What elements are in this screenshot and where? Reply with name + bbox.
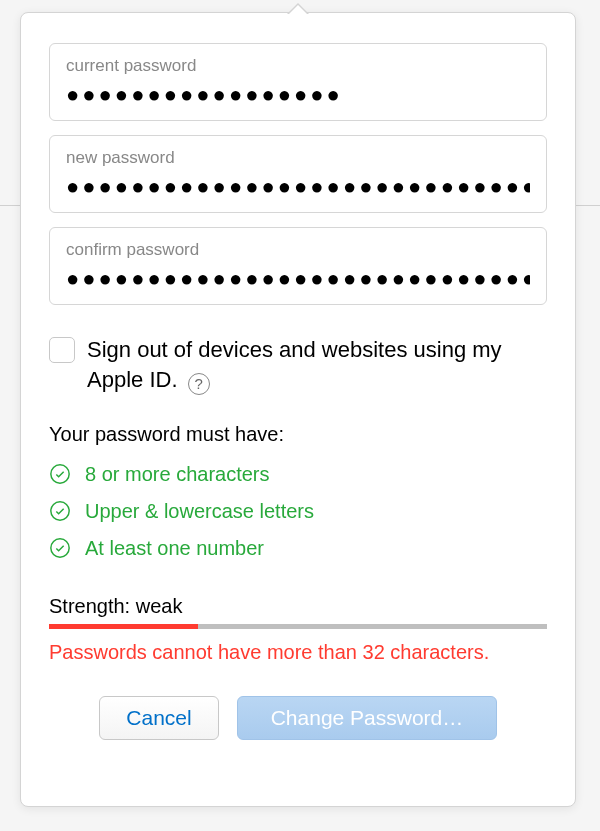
current-password-field[interactable]: current password ●●●●●●●●●●●●●●●●● bbox=[49, 43, 547, 121]
check-circle-icon bbox=[49, 500, 71, 522]
svg-point-2 bbox=[51, 539, 69, 557]
new-password-label: new password bbox=[66, 148, 530, 168]
check-circle-icon bbox=[49, 537, 71, 559]
button-row: Cancel Change Password… bbox=[49, 696, 547, 740]
strength-bar bbox=[49, 624, 547, 629]
error-message: Passwords cannot have more than 32 chara… bbox=[49, 641, 547, 664]
svg-point-0 bbox=[51, 465, 69, 483]
strength-fill bbox=[49, 624, 198, 629]
current-password-label: current password bbox=[66, 56, 530, 76]
confirm-password-label: confirm password bbox=[66, 240, 530, 260]
requirements-list: 8 or more characters Upper & lowercase l… bbox=[49, 456, 547, 567]
requirement-item: Upper & lowercase letters bbox=[49, 493, 547, 530]
change-password-popover: current password ●●●●●●●●●●●●●●●●● new p… bbox=[20, 12, 576, 807]
strength-label: Strength: weak bbox=[49, 595, 547, 618]
confirm-password-value: ●●●●●●●●●●●●●●●●●●●●●●●●●●●●●●●●●●● bbox=[66, 268, 530, 290]
signout-row: Sign out of devices and websites using m… bbox=[49, 335, 547, 395]
confirm-password-field[interactable]: confirm password ●●●●●●●●●●●●●●●●●●●●●●●… bbox=[49, 227, 547, 305]
current-password-value: ●●●●●●●●●●●●●●●●● bbox=[66, 84, 530, 106]
requirement-item: At least one number bbox=[49, 530, 547, 567]
check-circle-icon bbox=[49, 463, 71, 485]
signout-label: Sign out of devices and websites using m… bbox=[87, 335, 547, 395]
change-password-button[interactable]: Change Password… bbox=[237, 696, 497, 740]
requirements-title: Your password must have: bbox=[49, 423, 547, 446]
requirement-item: 8 or more characters bbox=[49, 456, 547, 493]
cancel-button[interactable]: Cancel bbox=[99, 696, 219, 740]
help-icon[interactable]: ? bbox=[188, 373, 210, 395]
signout-checkbox[interactable] bbox=[49, 337, 75, 363]
new-password-field[interactable]: new password ●●●●●●●●●●●●●●●●●●●●●●●●●●●… bbox=[49, 135, 547, 213]
svg-point-1 bbox=[51, 502, 69, 520]
new-password-value: ●●●●●●●●●●●●●●●●●●●●●●●●●●●●●●●●●●● bbox=[66, 176, 530, 198]
